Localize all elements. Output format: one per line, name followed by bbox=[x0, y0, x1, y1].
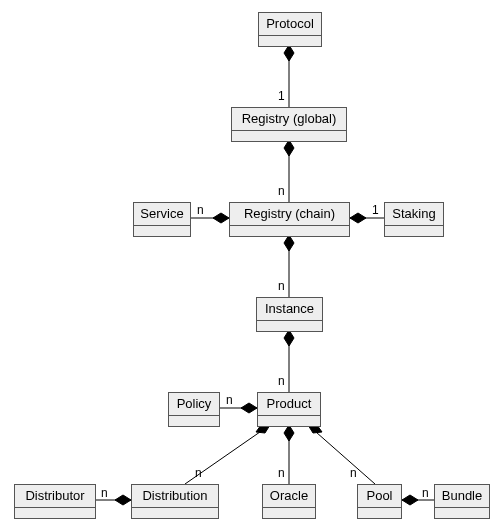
class-label: Distributor bbox=[15, 485, 95, 508]
class-label: Registry (chain) bbox=[230, 203, 349, 226]
class-label: Instance bbox=[257, 298, 322, 321]
class-oracle: Oracle bbox=[262, 484, 316, 519]
class-label: Protocol bbox=[259, 13, 321, 36]
class-policy: Policy bbox=[168, 392, 220, 427]
class-distribution: Distribution bbox=[131, 484, 219, 519]
mult-label: 1 bbox=[278, 89, 285, 103]
svg-marker-3 bbox=[284, 140, 294, 156]
class-label: Policy bbox=[169, 393, 219, 416]
class-instance: Instance bbox=[256, 297, 323, 332]
class-label: Staking bbox=[385, 203, 443, 226]
class-registry-chain: Registry (chain) bbox=[229, 202, 350, 237]
svg-marker-7 bbox=[350, 213, 366, 223]
mult-label: 1 bbox=[372, 203, 379, 217]
class-protocol: Protocol bbox=[258, 12, 322, 47]
mult-label: n bbox=[226, 393, 233, 407]
class-label: Registry (global) bbox=[232, 108, 346, 131]
class-label: Bundle bbox=[435, 485, 489, 508]
class-label: Service bbox=[134, 203, 190, 226]
svg-marker-11 bbox=[284, 330, 294, 346]
class-label: Product bbox=[258, 393, 320, 416]
svg-marker-21 bbox=[115, 495, 131, 505]
svg-marker-9 bbox=[284, 235, 294, 251]
svg-marker-23 bbox=[402, 495, 418, 505]
class-product: Product bbox=[257, 392, 321, 427]
class-staking: Staking bbox=[384, 202, 444, 237]
class-bundle: Bundle bbox=[434, 484, 490, 519]
svg-marker-13 bbox=[241, 403, 257, 413]
mult-label: n bbox=[350, 466, 357, 480]
class-label: Distribution bbox=[132, 485, 218, 508]
svg-line-18 bbox=[308, 425, 375, 484]
class-label: Oracle bbox=[263, 485, 315, 508]
class-service: Service bbox=[133, 202, 191, 237]
mult-label: n bbox=[278, 279, 285, 293]
connectors bbox=[0, 0, 502, 529]
mult-label: n bbox=[195, 466, 202, 480]
class-registry-global: Registry (global) bbox=[231, 107, 347, 142]
svg-marker-5 bbox=[213, 213, 229, 223]
class-distributor: Distributor bbox=[14, 484, 96, 519]
mult-label: n bbox=[101, 486, 108, 500]
svg-marker-1 bbox=[284, 45, 294, 61]
class-label: Pool bbox=[358, 485, 401, 508]
mult-label: n bbox=[278, 466, 285, 480]
svg-marker-17 bbox=[284, 425, 294, 441]
mult-label: n bbox=[278, 184, 285, 198]
mult-label: n bbox=[197, 203, 204, 217]
mult-label: n bbox=[278, 374, 285, 388]
uml-diagram: { "nodes": { "protocol": "Protocol", "re… bbox=[0, 0, 502, 529]
mult-label: n bbox=[422, 486, 429, 500]
class-pool: Pool bbox=[357, 484, 402, 519]
